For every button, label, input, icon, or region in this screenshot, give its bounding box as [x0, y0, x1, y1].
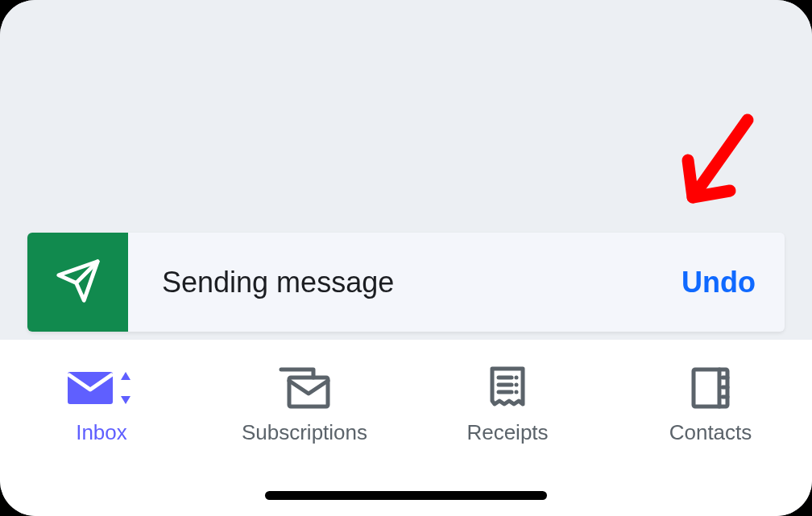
inbox-icon [66, 367, 137, 409]
toast-message: Sending message [128, 233, 682, 332]
nav-label-subscriptions: Subscriptions [242, 420, 367, 445]
contacts-icon [690, 367, 731, 409]
sending-toast: Sending message Undo [27, 233, 785, 332]
nav-item-inbox[interactable]: Inbox [21, 367, 182, 445]
bottom-nav: Inbox Subscriptions [0, 340, 812, 516]
send-icon [55, 258, 102, 308]
nav-label-receipts: Receipts [466, 420, 548, 445]
nav-item-subscriptions[interactable]: Subscriptions [224, 367, 385, 445]
send-icon-box [27, 233, 128, 332]
nav-item-contacts[interactable]: Contacts [630, 367, 791, 445]
subscriptions-icon [278, 367, 331, 409]
app-screen: Sending message Undo [0, 0, 812, 516]
svg-marker-3 [121, 396, 130, 404]
receipts-icon [487, 367, 528, 409]
home-indicator[interactable] [265, 491, 547, 500]
nav-label-contacts: Contacts [669, 420, 752, 445]
nav-item-receipts[interactable]: Receipts [427, 367, 588, 445]
svg-marker-2 [121, 372, 130, 380]
nav-label-inbox: Inbox [76, 420, 127, 445]
undo-button[interactable]: Undo [682, 233, 785, 332]
